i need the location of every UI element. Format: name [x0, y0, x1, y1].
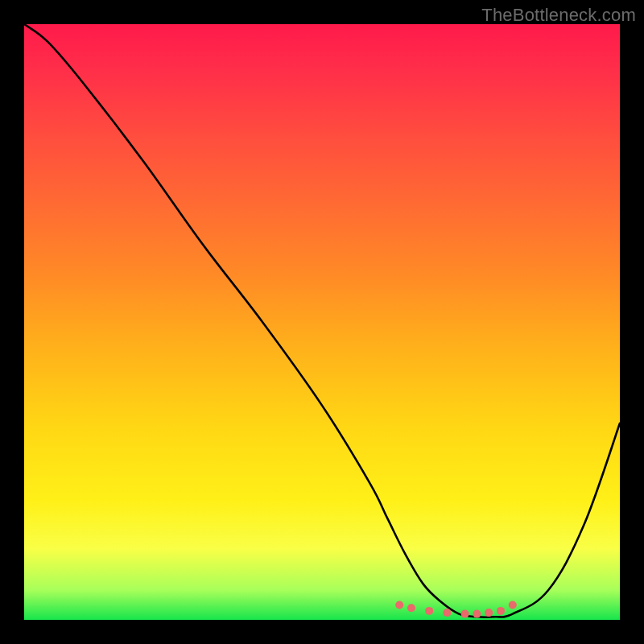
marker-dot: [509, 601, 517, 609]
chart-frame: TheBottleneck.com: [0, 0, 644, 644]
marker-dot: [461, 610, 469, 618]
marker-dot: [485, 609, 493, 617]
bottleneck-curve: [24, 24, 620, 617]
marker-dot: [395, 601, 403, 609]
plot-area: [24, 24, 620, 620]
watermark-text: TheBottleneck.com: [481, 5, 636, 26]
marker-dot: [443, 609, 451, 617]
optimal-range-markers: [395, 601, 517, 618]
marker-dot: [425, 607, 433, 615]
marker-dot: [473, 610, 481, 618]
marker-dot: [407, 604, 415, 612]
curve-layer: [24, 24, 620, 620]
marker-dot: [497, 607, 505, 615]
